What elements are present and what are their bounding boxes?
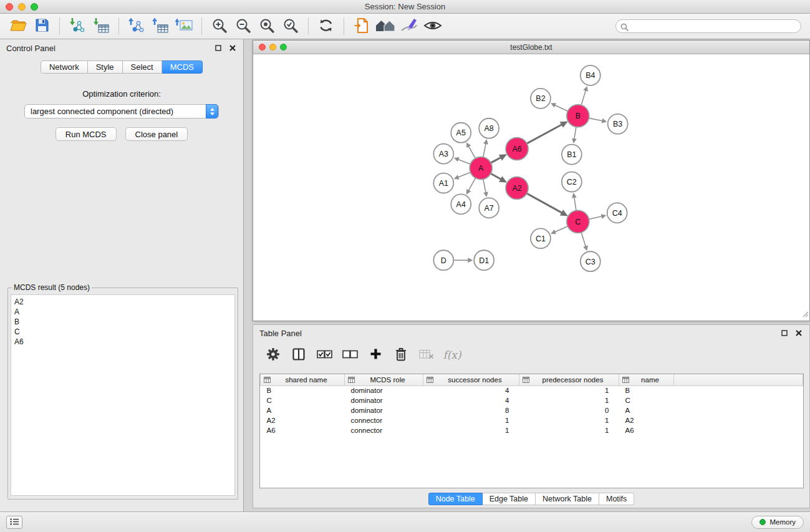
zoom-window-button[interactable] <box>31 3 38 11</box>
delete-column-button[interactable] <box>418 346 435 364</box>
table-row[interactable]: A6connector11A6 <box>261 425 803 435</box>
run-mcds-button[interactable]: Run MCDS <box>55 127 117 141</box>
result-item[interactable]: A <box>14 307 231 317</box>
network-close-button[interactable] <box>259 44 266 51</box>
import-network-button[interactable] <box>65 16 89 37</box>
function-builder-button[interactable]: f(x) <box>443 346 461 364</box>
node-A3[interactable]: A3 <box>433 144 453 164</box>
result-item[interactable]: A2 <box>14 297 231 307</box>
style-button[interactable] <box>397 16 421 37</box>
zoom-in-button[interactable] <box>208 16 231 37</box>
column-header-successor-nodes[interactable]: successor nodes <box>423 374 519 385</box>
edge-A-A3[interactable] <box>458 160 471 165</box>
export-image-button[interactable] <box>172 16 196 37</box>
network-minimize-button[interactable] <box>269 44 276 51</box>
column-header-shared-name[interactable]: shared name <box>261 374 345 385</box>
close-window-button[interactable] <box>6 3 13 11</box>
mcds-result-list[interactable]: A2ABCA6 <box>11 294 235 496</box>
node-A6[interactable]: A6 <box>506 138 528 160</box>
float-panel-button[interactable] <box>214 44 223 52</box>
edge-B-B4[interactable] <box>581 90 586 105</box>
node-A8[interactable]: A8 <box>479 118 499 138</box>
export-table-button[interactable] <box>148 16 172 37</box>
tab-network[interactable]: Network <box>41 60 88 74</box>
close-table-panel-button[interactable] <box>794 329 803 337</box>
tab-motifs[interactable]: Motifs <box>599 493 634 505</box>
minimize-window-button[interactable] <box>18 3 26 11</box>
node-C2[interactable]: C2 <box>562 172 582 192</box>
resize-grip-icon[interactable] <box>801 309 809 320</box>
network-canvas[interactable]: B4B2BB3A5A8A6B1A3AC2A1A2A4A7C4CC1C3DD1 <box>253 54 809 321</box>
import-table-button[interactable] <box>89 16 113 37</box>
node-B3[interactable]: B3 <box>608 114 628 134</box>
edge-A-A2[interactable] <box>491 173 501 179</box>
edge-A-A6[interactable] <box>491 157 501 163</box>
node-A4[interactable]: A4 <box>451 194 471 214</box>
edge-A2-C[interactable] <box>527 193 562 213</box>
node-C1[interactable]: C1 <box>531 228 551 248</box>
network-zoom-button[interactable] <box>280 44 287 51</box>
node-C3[interactable]: C3 <box>581 251 600 271</box>
edge-C-C4[interactable] <box>589 216 602 220</box>
table-row[interactable]: Adominator80A <box>261 405 803 415</box>
node-C[interactable]: C <box>567 210 589 233</box>
home-button[interactable] <box>374 16 397 37</box>
task-history-button[interactable] <box>6 516 22 529</box>
criterion-select[interactable]: largest connected component (directed) <box>24 104 219 118</box>
curation-button[interactable] <box>350 16 374 37</box>
column-header-name[interactable]: name <box>619 374 674 385</box>
edge-B-B3[interactable] <box>589 118 602 120</box>
add-row-button[interactable] <box>367 346 384 364</box>
network-graph-svg[interactable]: B4B2BB3A5A8A6B1A3AC2A1A2A4A7C4CC1C3DD1 <box>253 54 809 321</box>
tab-select[interactable]: Select <box>123 60 162 74</box>
edge-B-B2[interactable] <box>555 105 568 111</box>
close-panel-button[interactable] <box>228 44 237 52</box>
float-table-panel-button[interactable] <box>780 329 789 337</box>
save-session-button[interactable] <box>30 16 54 37</box>
zoom-fit-button[interactable] <box>255 16 279 37</box>
table-row[interactable]: A2connector11A2 <box>261 415 803 425</box>
node-A2[interactable]: A2 <box>506 177 528 200</box>
node-B[interactable]: B <box>567 105 589 127</box>
edge-C-C2[interactable] <box>574 197 576 210</box>
search-input[interactable] <box>615 19 801 33</box>
edge-A6-B[interactable] <box>527 125 562 144</box>
zoom-out-button[interactable] <box>231 16 255 37</box>
table-row[interactable]: Bdominator41B <box>261 385 803 395</box>
delete-row-button[interactable] <box>392 346 410 364</box>
result-item[interactable]: A6 <box>14 337 231 347</box>
edge-A-A8[interactable] <box>483 143 486 157</box>
edge-C-C1[interactable] <box>555 226 568 232</box>
node-B2[interactable]: B2 <box>531 89 551 109</box>
visibility-button[interactable] <box>421 16 445 37</box>
edge-C-C3[interactable] <box>581 233 586 247</box>
open-file-button[interactable] <box>6 16 30 37</box>
select-all-button[interactable] <box>316 346 333 364</box>
memory-button[interactable]: Memory <box>751 516 804 529</box>
node-A5[interactable]: A5 <box>451 123 471 143</box>
node-D[interactable]: D <box>433 250 453 270</box>
table-row[interactable]: Cdominator41C <box>261 395 803 405</box>
edge-A-A5[interactable] <box>468 146 475 158</box>
column-header-MCDS-role[interactable]: MCDS role <box>345 374 423 385</box>
tab-network-table[interactable]: Network Table <box>536 493 599 505</box>
export-network-button[interactable] <box>125 16 148 37</box>
tab-edge-table[interactable]: Edge Table <box>483 493 536 505</box>
node-A[interactable]: A <box>470 157 492 180</box>
edge-A-A7[interactable] <box>483 179 486 193</box>
node-table-container[interactable]: shared nameMCDS rolesuccessor nodesprede… <box>259 374 804 488</box>
tab-node-table[interactable]: Node Table <box>428 493 483 505</box>
node-B1[interactable]: B1 <box>562 145 582 165</box>
node-D1[interactable]: D1 <box>474 250 494 270</box>
edge-A-A4[interactable] <box>468 178 475 190</box>
column-header-predecessor-nodes[interactable]: predecessor nodes <box>519 374 619 385</box>
tab-mcds[interactable]: MCDS <box>162 60 203 74</box>
node-A1[interactable]: A1 <box>433 173 453 193</box>
deselect-all-button[interactable] <box>341 346 359 364</box>
edge-B-B1[interactable] <box>574 127 576 139</box>
close-panel-button-mcds[interactable]: Close panel <box>125 127 188 141</box>
column-visibility-button[interactable] <box>290 346 307 364</box>
result-item[interactable]: B <box>14 317 231 327</box>
zoom-selected-button[interactable] <box>279 16 302 37</box>
node-C4[interactable]: C4 <box>607 203 627 223</box>
